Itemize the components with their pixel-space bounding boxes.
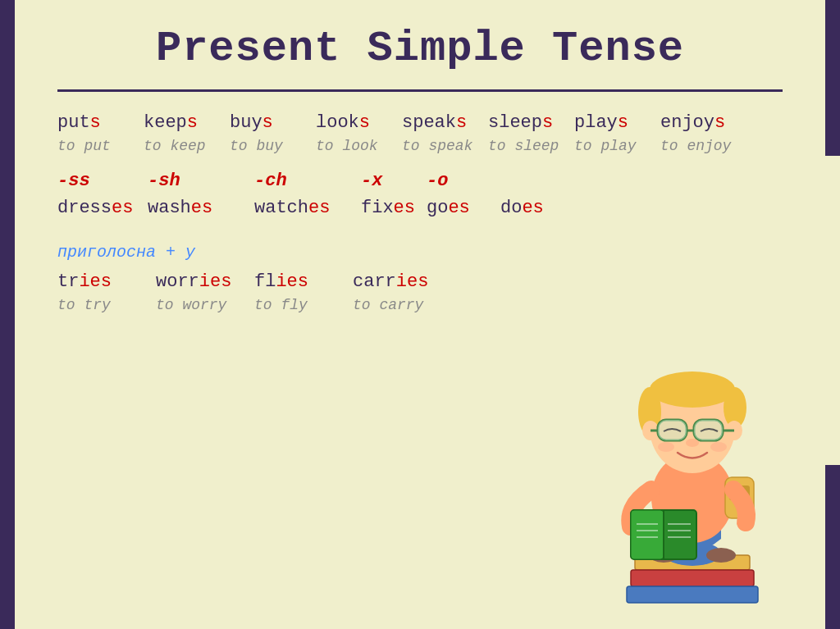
page-title: Present Simple Tense [57, 25, 807, 73]
verb-does: does [500, 198, 587, 218]
section-es: -ss -sh -ch -x -o dresses washes watches… [57, 171, 807, 218]
inf-try: to try [57, 297, 156, 313]
left-bar [0, 0, 15, 629]
svg-point-33 [658, 442, 674, 452]
svg-rect-10 [631, 510, 664, 559]
inf-sleep: to sleep [488, 138, 574, 154]
inf-worry: to worry [156, 297, 254, 313]
suffix-o: -o [427, 171, 513, 191]
inf-look: to look [316, 138, 402, 154]
verb-dresses: dresses [57, 198, 148, 218]
character-svg [586, 301, 815, 613]
suffix-labels-row: -ss -sh -ch -x -o [57, 171, 807, 191]
verbs-row: puts keeps buys looks speaks sleeps play… [57, 112, 807, 133]
divider [57, 89, 783, 92]
verb-speaks: speaks [402, 112, 488, 133]
inf-put: to put [57, 138, 144, 154]
inf-play: to play [574, 138, 660, 154]
inf-fly: to fly [254, 297, 353, 313]
verb-keeps: keeps [144, 112, 230, 133]
inf-carry: to carry [353, 297, 451, 313]
bottom-right-bar [825, 465, 840, 629]
inf-buy: to buy [230, 138, 316, 154]
svg-rect-2 [627, 586, 758, 603]
svg-point-34 [710, 442, 727, 452]
inf-speak: to speak [402, 138, 488, 154]
verb-fixes: fixes [361, 198, 427, 218]
consonant-note: приголосна + у [57, 243, 807, 262]
top-right-bar [825, 0, 840, 156]
verb-worries: worries [156, 271, 254, 292]
inf-enjoy: to enjoy [660, 138, 746, 154]
character-illustration [586, 301, 815, 613]
svg-point-5 [706, 548, 736, 563]
svg-point-32 [686, 439, 699, 447]
svg-rect-27 [658, 420, 687, 440]
section-regular-s: puts keeps buys looks speaks sleeps play… [57, 112, 807, 154]
verb-buys: buys [230, 112, 316, 133]
ies-verbs-row: tries worries flies carries [57, 271, 807, 292]
page-container: Present Simple Tense puts keeps buys loo… [0, 0, 840, 629]
infinitives-row: to put to keep to buy to look to speak t… [57, 138, 807, 154]
verb-goes: goes [427, 198, 500, 218]
verb-watches: watches [254, 198, 361, 218]
svg-rect-1 [631, 570, 754, 586]
verb-flies: flies [254, 271, 353, 292]
verb-looks: looks [316, 112, 402, 133]
inf-keep: to keep [144, 138, 230, 154]
suffix-x: -x [361, 171, 427, 191]
verb-enjoys: enjoys [660, 112, 746, 133]
svg-point-20 [650, 371, 735, 408]
content-area: Present Simple Tense puts keeps buys loo… [57, 16, 807, 313]
svg-rect-28 [694, 420, 723, 440]
verb-washes: washes [148, 198, 254, 218]
es-verbs-row: dresses washes watches fixes goes does [57, 198, 807, 218]
verb-tries: tries [57, 271, 156, 292]
verb-sleeps: sleeps [488, 112, 574, 133]
suffix-sh: -sh [148, 171, 254, 191]
verb-plays: plays [574, 112, 660, 133]
suffix-ss: -ss [57, 171, 148, 191]
verb-puts: puts [57, 112, 144, 133]
suffix-ch: -ch [254, 171, 361, 191]
verb-carries: carries [353, 271, 451, 292]
